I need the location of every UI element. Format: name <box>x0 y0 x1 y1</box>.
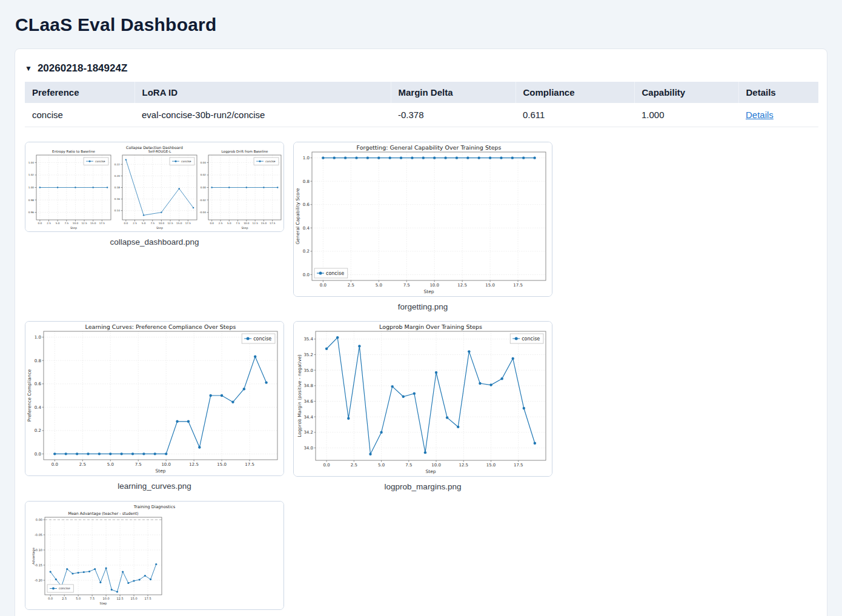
svg-text:17.5: 17.5 <box>514 463 523 468</box>
svg-text:12.5: 12.5 <box>252 222 258 225</box>
svg-text:17.5: 17.5 <box>245 462 254 467</box>
svg-text:2.5: 2.5 <box>62 597 67 600</box>
gallery-item-learning-curves: 0.00.20.40.60.81.00.02.55.07.510.012.515… <box>25 321 284 491</box>
sdpo-diagnostics-chart: Training Diagnostics0.00-0.05-0.10-0.15-… <box>25 501 284 610</box>
page-title: CLaaS Eval Dashboard <box>0 0 842 48</box>
svg-text:2.5: 2.5 <box>348 283 354 288</box>
svg-text:concise: concise <box>253 336 271 342</box>
sdpo-diagnostics-svg: Training Diagnostics0.00-0.05-0.10-0.15-… <box>25 502 283 609</box>
svg-text:0.8: 0.8 <box>303 179 310 184</box>
svg-text:17.5: 17.5 <box>270 222 276 225</box>
svg-text:0.16: 0.16 <box>114 197 121 200</box>
svg-text:Step: Step <box>70 227 77 230</box>
logprob-margins-svg: 34.034.234.434.634.835.035.235.40.02.55.… <box>294 322 552 476</box>
summary-header-row: Preference LoRA ID Margin Delta Complian… <box>25 82 818 103</box>
svg-text:1.0: 1.0 <box>35 335 41 340</box>
svg-text:0.0: 0.0 <box>320 283 327 288</box>
svg-text:7.5: 7.5 <box>64 222 68 225</box>
run-summary-table: Preference LoRA ID Margin Delta Complian… <box>25 82 818 127</box>
svg-text:Self-ROUGE-L: Self-ROUGE-L <box>148 150 171 153</box>
cell-compliance: 0.611 <box>515 103 634 127</box>
svg-text:10.0: 10.0 <box>159 222 165 225</box>
svg-text:0.00: 0.00 <box>36 518 42 522</box>
svg-text:Forgetting: General Capability: Forgetting: General Capability Over Trai… <box>357 144 502 151</box>
svg-text:12.5: 12.5 <box>457 283 467 288</box>
svg-text:0.8: 0.8 <box>35 359 41 363</box>
svg-text:-0.04: -0.04 <box>199 211 206 214</box>
svg-text:concise: concise <box>181 160 191 163</box>
svg-text:1.0: 1.0 <box>303 156 310 161</box>
svg-text:0.0: 0.0 <box>51 462 58 467</box>
svg-text:17.5: 17.5 <box>144 597 151 600</box>
svg-text:15.0: 15.0 <box>261 222 267 225</box>
svg-text:0.02: 0.02 <box>201 173 207 176</box>
svg-text:34.6: 34.6 <box>303 399 313 404</box>
svg-text:-0.15: -0.15 <box>35 563 42 567</box>
svg-text:0.6: 0.6 <box>35 382 42 386</box>
col-compliance: Compliance <box>515 82 634 103</box>
svg-text:0.4: 0.4 <box>303 226 310 231</box>
svg-text:2.5: 2.5 <box>219 222 223 225</box>
svg-text:17.5: 17.5 <box>185 222 191 225</box>
logprob-margins-chart: 34.034.234.434.634.835.035.235.40.02.55.… <box>293 321 552 477</box>
gallery-item-sdpo-diagnostics: Training Diagnostics0.00-0.05-0.10-0.15-… <box>25 501 284 616</box>
svg-text:10.0: 10.0 <box>161 462 171 467</box>
svg-text:Preference Compliance: Preference Compliance <box>27 369 32 422</box>
svg-text:7.5: 7.5 <box>90 597 94 600</box>
svg-text:Step: Step <box>156 227 163 230</box>
svg-text:Step: Step <box>425 469 436 474</box>
svg-text:0.6: 0.6 <box>303 202 310 207</box>
svg-text:7.5: 7.5 <box>150 222 154 225</box>
svg-text:12.5: 12.5 <box>167 222 173 225</box>
collapse-dashboard-chart: Collapse Detection Dashboard0.960.981.00… <box>25 142 284 232</box>
svg-text:15.0: 15.0 <box>485 283 495 288</box>
svg-text:Step: Step <box>423 289 434 294</box>
svg-text:7.5: 7.5 <box>405 463 412 468</box>
svg-text:0.96: 0.96 <box>28 211 35 214</box>
svg-text:10.0: 10.0 <box>103 597 110 600</box>
svg-text:34.0: 34.0 <box>303 446 313 451</box>
svg-text:0.20: 0.20 <box>114 174 121 177</box>
svg-text:12.5: 12.5 <box>459 463 468 468</box>
svg-text:34.2: 34.2 <box>303 430 313 435</box>
svg-text:Step: Step <box>242 227 248 230</box>
svg-text:0.98: 0.98 <box>28 199 35 202</box>
svg-text:concise: concise <box>326 271 344 276</box>
svg-text:15.0: 15.0 <box>217 462 227 467</box>
svg-text:5.0: 5.0 <box>56 222 60 225</box>
svg-text:0.04: 0.04 <box>201 161 207 164</box>
details-link[interactable]: Details <box>746 110 774 120</box>
svg-text:0.14: 0.14 <box>114 209 121 212</box>
col-preference: Preference <box>25 82 134 103</box>
learning-curves-chart: 0.00.20.40.60.81.00.02.55.07.510.012.515… <box>25 321 284 476</box>
svg-text:0.00: 0.00 <box>201 186 207 189</box>
svg-text:35.2: 35.2 <box>303 353 313 357</box>
svg-text:5.0: 5.0 <box>76 597 81 600</box>
svg-text:Logprob Drift from Baseline: Logprob Drift from Baseline <box>222 150 269 154</box>
svg-text:Learning Curves: Preference Co: Learning Curves: Preference Compliance O… <box>85 323 236 330</box>
svg-text:1.04: 1.04 <box>28 161 35 164</box>
svg-text:15.0: 15.0 <box>130 597 137 600</box>
svg-text:0.0: 0.0 <box>35 452 41 457</box>
svg-text:10.0: 10.0 <box>73 222 79 225</box>
svg-text:5.0: 5.0 <box>227 222 231 225</box>
svg-text:-0.02: -0.02 <box>199 199 206 202</box>
cell-lora-id: eval-concise-30b-run2/concise <box>134 103 391 127</box>
chart-caption: learning_curves.png <box>118 482 191 491</box>
svg-text:1.02: 1.02 <box>28 173 35 176</box>
run-toggle[interactable]: ▼ 20260218-184924Z <box>25 62 817 75</box>
run-card: ▼ 20260218-184924Z Preference LoRA ID Ma… <box>15 48 827 616</box>
table-row: concise eval-concise-30b-run2/concise -0… <box>25 103 818 127</box>
chart-caption: collapse_dashboard.png <box>110 237 199 247</box>
svg-text:0.2: 0.2 <box>35 428 41 433</box>
svg-text:12.5: 12.5 <box>81 222 87 225</box>
svg-text:0.4: 0.4 <box>35 405 42 410</box>
svg-text:0.0: 0.0 <box>210 222 214 225</box>
svg-text:34.8: 34.8 <box>303 383 313 388</box>
col-details: Details <box>738 82 818 103</box>
svg-text:12.5: 12.5 <box>117 597 124 600</box>
svg-text:concise: concise <box>95 160 105 163</box>
svg-text:15.0: 15.0 <box>176 222 182 225</box>
svg-text:15.0: 15.0 <box>486 463 496 468</box>
svg-text:34.4: 34.4 <box>303 415 313 420</box>
